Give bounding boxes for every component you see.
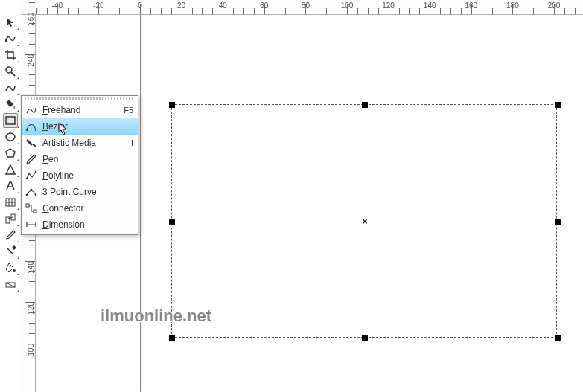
artistic-media-icon: [25, 137, 38, 149]
menu-item-polyline[interactable]: Polyline: [22, 167, 138, 184]
ruler-h-label: 160: [465, 1, 477, 10]
polygon-tool[interactable]: [3, 146, 18, 161]
freehand-icon: [25, 104, 38, 116]
selection-handle-w[interactable]: [169, 219, 175, 225]
svg-rect-9: [26, 129, 28, 131]
freehand-tool[interactable]: [3, 80, 18, 95]
selection-handle-s[interactable]: [362, 335, 368, 341]
svg-point-11: [26, 178, 28, 180]
menu-item-shortcut: I: [131, 138, 133, 147]
selection-handle-ne[interactable]: [555, 102, 561, 108]
ruler-h-label: 120: [382, 1, 395, 10]
menu-item-pen[interactable]: Pen: [22, 151, 138, 167]
menu-item-dimension[interactable]: Dimension: [22, 216, 138, 233]
selection-center[interactable]: ×: [362, 216, 367, 227]
toolbox: [1, 15, 19, 292]
selection-handle-n[interactable]: [362, 102, 368, 108]
ruler-h-label: 200: [548, 1, 561, 10]
menu-item-label: Polyline: [42, 170, 133, 181]
ruler-h-label: -40: [52, 1, 63, 10]
menu-item-label: Connector: [42, 203, 133, 213]
svg-point-3: [6, 133, 15, 141]
svg-rect-0: [5, 39, 7, 42]
ruler-h-label: -20: [93, 1, 103, 10]
menu-item-label: Freehand: [42, 105, 119, 115]
menu-item-bezier[interactable]: Bezier: [22, 118, 138, 135]
ruler-h-label: 0: [138, 1, 142, 10]
ruler-horizontal: -40-20020406080100120140160180200: [21, 0, 583, 15]
menu-item-label: Artistic Media: [42, 138, 127, 148]
svg-point-12: [35, 171, 37, 173]
menu-item-label: Dimension: [42, 219, 133, 230]
ruler-h-label: 80: [302, 1, 310, 10]
curve-tool-flyout: FreehandF5BezierArtistic MediaIPenPolyli…: [21, 95, 138, 235]
basic-shapes-tool[interactable]: [3, 162, 18, 177]
selection-rectangle[interactable]: ×: [171, 104, 557, 338]
text-tool[interactable]: [3, 179, 18, 193]
ruler-h-label: 180: [506, 1, 519, 10]
selection-handle-nw[interactable]: [169, 102, 175, 108]
svg-rect-16: [26, 204, 29, 207]
selection-handle-e[interactable]: [555, 219, 561, 225]
smart-fill-tool[interactable]: [3, 97, 18, 112]
svg-point-13: [26, 194, 28, 196]
fill-tool[interactable]: [3, 260, 18, 275]
svg-rect-2: [6, 117, 15, 124]
menu-item-artistic-media[interactable]: Artistic MediaI: [22, 135, 138, 151]
ruler-h-label: 100: [341, 1, 354, 10]
svg-point-1: [6, 67, 12, 73]
pen-icon: [25, 153, 38, 165]
eyedropper-tool[interactable]: [3, 228, 18, 242]
pick-tool[interactable]: [3, 15, 18, 30]
svg-point-15: [31, 189, 33, 191]
rectangle-tool[interactable]: [3, 113, 18, 128]
svg-point-14: [35, 194, 37, 196]
ruler-h-label: 140: [424, 1, 436, 10]
menu-item-connector[interactable]: Connector: [22, 200, 138, 216]
dimension-icon: [25, 219, 38, 231]
menu-item-shortcut: F5: [124, 106, 133, 115]
ruler-h-label: 40: [219, 1, 227, 10]
ellipse-tool[interactable]: [3, 129, 18, 144]
menu-item-freehand[interactable]: FreehandF5: [22, 102, 138, 118]
ruler-h-label: 20: [177, 1, 185, 10]
bezier-icon: [25, 121, 38, 132]
polyline-icon: [25, 170, 38, 181]
zoom-tool[interactable]: [3, 64, 18, 79]
ruler-h-label: 60: [260, 1, 268, 10]
shape-tool[interactable]: [3, 31, 18, 46]
crop-tool[interactable]: [3, 48, 18, 62]
svg-rect-10: [35, 129, 36, 131]
ruler-v-label: 100: [28, 344, 36, 356]
menu-item-label: 3 Point Curve: [42, 187, 133, 197]
three-point-curve-icon: [25, 186, 38, 198]
interactive-fill-tool[interactable]: [3, 277, 18, 292]
connector-icon: [25, 202, 38, 214]
flyout-grip[interactable]: [25, 97, 135, 100]
blend-tool[interactable]: [3, 211, 18, 226]
page-edge: [140, 15, 141, 392]
selection-handle-sw[interactable]: [169, 335, 175, 341]
outline-tool[interactable]: [3, 244, 18, 259]
table-tool[interactable]: [3, 195, 18, 210]
svg-point-7: [13, 269, 16, 272]
svg-rect-17: [34, 210, 36, 213]
menu-item-label: Pen: [42, 154, 133, 164]
menu-item-3-point-curve[interactable]: 3 Point Curve: [22, 184, 138, 200]
selection-handle-se[interactable]: [555, 335, 561, 341]
menu-item-label: Bezier: [42, 121, 133, 132]
